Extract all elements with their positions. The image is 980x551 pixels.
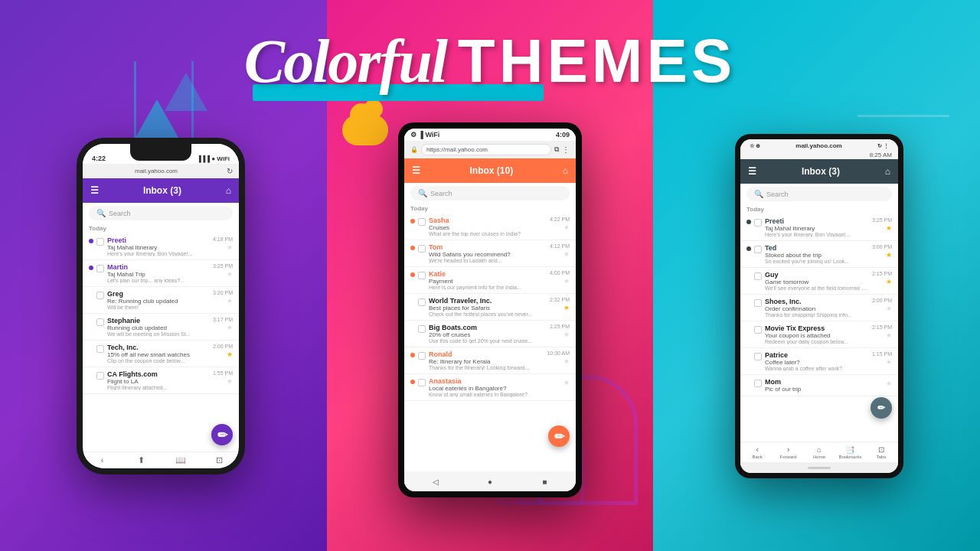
email-content-6: CA Flights.com Flight to LA Flight itine… bbox=[107, 370, 210, 390]
middle-email-4[interactable]: World Traveler, Inc. Best places for Saf… bbox=[404, 294, 576, 321]
checkbox-5[interactable] bbox=[96, 345, 104, 353]
right-email-6[interactable]: Patrice Coffee later? Wanna grab a coffe… bbox=[740, 348, 898, 375]
r-nav-forward[interactable]: › Forward bbox=[773, 445, 803, 459]
r-cb-5[interactable] bbox=[754, 326, 762, 334]
middle-url[interactable]: https://mail.yahoo.com bbox=[421, 144, 551, 155]
r-tabs-icon: ⊡ bbox=[878, 445, 884, 454]
sender-2: Martin bbox=[107, 263, 210, 271]
meta-1: 4:18 PM ★ bbox=[213, 236, 233, 251]
left-search-bar[interactable]: 🔍 Search bbox=[89, 206, 233, 220]
m-content-1: Sasha Cruises What are the top river cru… bbox=[429, 217, 547, 236]
m-content-4: World Traveler, Inc. Best places for Saf… bbox=[429, 297, 547, 317]
middle-home-icon[interactable]: ⌂ bbox=[563, 165, 568, 176]
right-time: 8:25 AM bbox=[870, 152, 892, 158]
right-email-2[interactable]: Ted Stoked about the trip So excited you… bbox=[740, 241, 898, 268]
r-nav-home[interactable]: ⌂ Home bbox=[804, 445, 835, 459]
r-cb-7[interactable] bbox=[754, 380, 762, 387]
left-menu-icon[interactable]: ☰ bbox=[90, 185, 99, 196]
r-preview-1: Here's your itinerary. Bon Voyage!... bbox=[765, 232, 869, 237]
tab-icon[interactable]: ⧉ bbox=[554, 145, 559, 154]
middle-fab[interactable]: ✏ bbox=[548, 425, 570, 447]
left-email-5[interactable]: Tech, Inc. 15% off all new smart watches… bbox=[83, 341, 239, 367]
preview-2: Let's plan our trip... any ideas?... bbox=[107, 278, 210, 283]
middle-email-1[interactable]: Sasha Cruises What are the top river cru… bbox=[404, 214, 576, 240]
right-menu-icon[interactable]: ☰ bbox=[748, 166, 756, 177]
left-home-icon[interactable]: ⌂ bbox=[226, 185, 231, 196]
left-email-2[interactable]: Martin Taj Mahal Trip Let's plan our tri… bbox=[83, 260, 239, 287]
m-cb-6[interactable] bbox=[418, 352, 426, 360]
r-subject-4: Order confirmation bbox=[765, 305, 869, 312]
checkbox-3[interactable] bbox=[96, 292, 104, 299]
android-home[interactable]: ● bbox=[484, 475, 496, 487]
middle-email-2[interactable]: Tom Wild Safaris you recommend? We're he… bbox=[404, 240, 576, 267]
middle-email-5[interactable]: Big Boats.com 20% off cruises Use this c… bbox=[404, 321, 576, 347]
m-subject-2: Wild Safaris you recommend? bbox=[429, 251, 547, 258]
r-nav-bookmarks[interactable]: 📑 Bookmarks bbox=[835, 445, 865, 459]
middle-email-3[interactable]: Katie Payment Here is our payment info f… bbox=[404, 267, 576, 294]
r-cb-2[interactable] bbox=[754, 246, 762, 253]
checkbox-1[interactable] bbox=[96, 238, 104, 246]
checkbox-2[interactable] bbox=[96, 265, 104, 272]
left-email-3[interactable]: Greg Re: Running club updated Will be th… bbox=[83, 287, 239, 314]
right-home-icon[interactable]: ⌂ bbox=[885, 166, 890, 177]
middle-menu-icon[interactable]: ☰ bbox=[412, 165, 420, 176]
left-email-6[interactable]: CA Flights.com Flight to LA Flight itine… bbox=[83, 367, 239, 394]
email-content-5: Tech, Inc. 15% off all new smart watches… bbox=[107, 344, 210, 364]
android-recents[interactable]: ■ bbox=[538, 475, 550, 487]
r-sender-5: Movie Tix Express bbox=[765, 324, 869, 332]
m-cb-4[interactable] bbox=[418, 298, 426, 306]
subject-4: Running club updated bbox=[107, 324, 210, 331]
right-email-3[interactable]: Guy Game tomorrow We'll see everyone at … bbox=[740, 268, 898, 295]
checkbox-4[interactable] bbox=[96, 318, 104, 326]
left-section-label: Today bbox=[83, 223, 239, 233]
left-fab[interactable]: ✏ bbox=[211, 424, 233, 445]
r-subject-3: Game tomorrow bbox=[765, 279, 869, 285]
middle-search-bar[interactable]: 🔍 Search bbox=[410, 186, 570, 201]
middle-email-7[interactable]: Anastasia Local eateries in Bangalore? K… bbox=[404, 374, 576, 401]
m-sender-2: Tom bbox=[429, 243, 547, 251]
m-dot-2 bbox=[410, 246, 415, 250]
middle-android-nav: ◁ ● ■ bbox=[404, 471, 576, 491]
left-email-1[interactable]: Preeti Taj Mahal Itinerary Here's your i… bbox=[83, 233, 239, 260]
checkbox-6[interactable] bbox=[96, 372, 104, 380]
r-nav-back[interactable]: ‹ Back bbox=[742, 445, 773, 459]
left-nav-back[interactable]: ‹ bbox=[83, 455, 122, 465]
preview-3: Will be there! bbox=[107, 305, 210, 310]
right-email-5[interactable]: Movie Tix Express Your coupon is attache… bbox=[740, 321, 898, 348]
android-back[interactable]: ◁ bbox=[430, 475, 442, 487]
right-search-bar[interactable]: 🔍 Search bbox=[746, 187, 892, 201]
r-sender-4: Shoes, Inc. bbox=[765, 298, 869, 305]
r-sender-6: Patrice bbox=[765, 351, 869, 359]
right-email-4[interactable]: Shoes, Inc. Order confirmation Thanks fo… bbox=[740, 295, 898, 321]
m-meta-2: 4:12 PM ★ bbox=[550, 243, 570, 258]
r-cb-1[interactable] bbox=[754, 219, 762, 227]
m-sender-4: World Traveler, Inc. bbox=[429, 297, 547, 305]
left-nav-share[interactable]: ⬆ bbox=[122, 455, 161, 465]
left-email-4[interactable]: Stephanie Running club updated We will b… bbox=[83, 314, 239, 341]
more-icon[interactable]: ⋮ bbox=[562, 145, 570, 154]
r-cb-3[interactable] bbox=[754, 272, 762, 280]
right-fab[interactable]: ✏ bbox=[871, 397, 892, 419]
left-nav-bookmarks[interactable]: 📖 bbox=[161, 455, 200, 465]
r-meta-2: 3:06 PM ★ bbox=[872, 244, 892, 259]
left-search-placeholder: Search bbox=[109, 210, 131, 217]
r-nav-tabs[interactable]: ⊡ Tabs bbox=[866, 445, 897, 459]
r-cb-6[interactable] bbox=[754, 353, 762, 360]
r-forward-icon: › bbox=[787, 445, 789, 454]
m-cb-3[interactable] bbox=[418, 272, 426, 279]
home-bar bbox=[808, 467, 831, 469]
m-content-3: Katie Payment Here is our payment info f… bbox=[429, 270, 547, 290]
r-cb-4[interactable] bbox=[754, 299, 762, 307]
r-meta-3: 2:15 PM ★ bbox=[872, 271, 892, 285]
r-preview-4: Thanks for shopping! Shipping info... bbox=[765, 312, 869, 318]
m-cb-5[interactable] bbox=[418, 325, 426, 333]
left-nav-tabs[interactable]: ⊡ bbox=[200, 455, 239, 465]
right-email-7[interactable]: Mom Pic of our trip ★ bbox=[740, 375, 898, 396]
m-cb-1[interactable] bbox=[418, 218, 426, 226]
left-refresh-icon[interactable]: ↻ bbox=[227, 167, 233, 175]
right-email-1[interactable]: Preeti Taj Mahal Itinerary Here's your i… bbox=[740, 214, 898, 241]
m-cb-2[interactable] bbox=[418, 245, 426, 253]
m-dot-1 bbox=[410, 219, 415, 223]
middle-email-6[interactable]: Ronald Re: Itinerary for Kerala Thanks f… bbox=[404, 347, 576, 374]
m-cb-7[interactable] bbox=[418, 379, 426, 386]
